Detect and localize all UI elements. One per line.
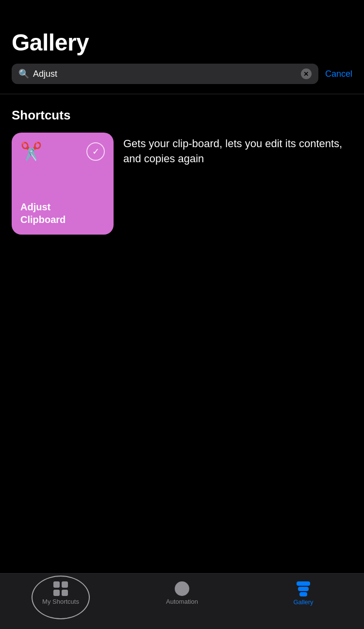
scissors-icon: ✂️ [20, 141, 42, 162]
tab-automation-label: Automation [166, 598, 198, 605]
shortcut-card-title: AdjustClipboard [20, 201, 105, 226]
tab-my-shortcuts-label: My Shortcuts [42, 598, 79, 605]
tab-gallery-label: Gallery [293, 598, 313, 606]
my-shortcuts-icon [53, 581, 68, 596]
header: Gallery 🔍 ✕ Cancel [0, 0, 364, 90]
card-top: ✂️ ✓ [20, 141, 105, 162]
section-title: Shortcuts [12, 108, 352, 123]
shortcut-card-adjust-clipboard[interactable]: ✂️ ✓ AdjustClipboard [12, 133, 114, 235]
automation-icon [175, 581, 189, 596]
tab-my-shortcuts[interactable]: My Shortcuts [0, 579, 121, 605]
checkmark-icon: ✓ [86, 142, 105, 161]
page-title: Gallery [12, 29, 352, 56]
search-input[interactable] [33, 69, 297, 79]
tab-bar: My Shortcuts Automation Gallery [0, 573, 364, 629]
search-bar-row: 🔍 ✕ Cancel [12, 64, 352, 84]
tab-automation[interactable]: Automation [121, 579, 243, 605]
search-bar: 🔍 ✕ [12, 64, 318, 84]
clear-search-button[interactable]: ✕ [301, 68, 312, 79]
shortcut-row: ✂️ ✓ AdjustClipboard Gets your clip-boar… [12, 133, 352, 235]
cancel-button[interactable]: Cancel [325, 69, 352, 79]
tab-gallery[interactable]: Gallery [243, 579, 364, 606]
search-icon: 🔍 [18, 69, 29, 78]
content-area: Shortcuts ✂️ ✓ AdjustClipboard Gets your… [0, 94, 364, 235]
shortcut-description: Gets your clip-board, lets you edit its … [123, 133, 352, 167]
gallery-icon [297, 581, 310, 596]
